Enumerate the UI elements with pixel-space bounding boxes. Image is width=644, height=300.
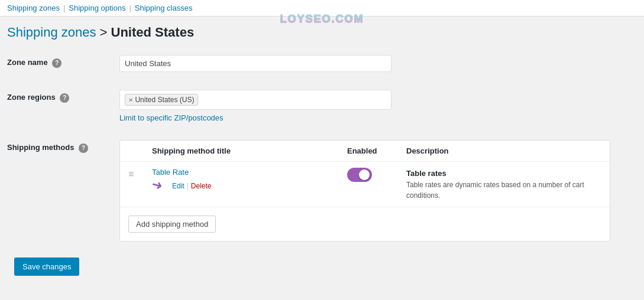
- method-desc-text: Table rates are dynamic rates based on a…: [406, 180, 601, 201]
- method-edit-link[interactable]: Edit: [172, 182, 185, 190]
- nav-shipping-classes[interactable]: Shipping classes: [135, 4, 193, 12]
- method-name-cell: Table Rate Edit | Delete: [152, 168, 347, 193]
- breadcrumb: Shipping zones > United States: [0, 17, 644, 46]
- method-enabled-cell: [347, 168, 406, 184]
- limit-zip-link[interactable]: Limit to specific ZIP/postcodes: [119, 113, 637, 122]
- method-actions: Edit | Delete: [152, 179, 347, 193]
- top-nav: Shipping zones | Shipping options | Ship…: [0, 0, 644, 17]
- col-method-title-header: Shipping method title: [152, 146, 347, 155]
- zone-name-cell: [119, 46, 637, 81]
- shipping-methods-cell: Shipping method title Enabled Descriptio…: [119, 131, 637, 250]
- drag-handle-icon[interactable]: ≡: [128, 168, 152, 180]
- breadcrumb-parent-link[interactable]: Shipping zones: [7, 25, 96, 40]
- shipping-methods-container: Shipping method title Enabled Descriptio…: [119, 140, 610, 242]
- breadcrumb-separator: >: [100, 25, 111, 40]
- nav-shipping-zones[interactable]: Shipping zones: [7, 4, 60, 12]
- method-name-link[interactable]: Table Rate: [152, 168, 347, 177]
- zone-name-row: Zone name ?: [7, 46, 637, 81]
- col-description-header: Description: [406, 146, 601, 155]
- zone-regions-label: Zone regions ?: [7, 81, 119, 131]
- save-area: Save changes: [7, 250, 637, 283]
- nav-shipping-options[interactable]: Shipping options: [69, 4, 125, 12]
- breadcrumb-current: United States: [111, 25, 195, 40]
- actions-separator: |: [187, 182, 189, 190]
- shipping-methods-row: Shipping methods ? Shipping method title…: [7, 131, 637, 250]
- method-delete-link[interactable]: Delete: [191, 182, 212, 190]
- add-shipping-method-button[interactable]: Add shipping method: [128, 216, 216, 233]
- arrow-indicator-icon: [152, 179, 170, 193]
- toggle-slider: [347, 168, 372, 182]
- add-method-area: Add shipping method: [120, 207, 610, 241]
- main-content: Zone name ? Zone regions ? × Un: [0, 46, 644, 290]
- zone-regions-field[interactable]: × United States (US): [119, 90, 391, 110]
- shipping-methods-header: Shipping method title Enabled Descriptio…: [120, 141, 610, 162]
- zone-regions-help-icon[interactable]: ?: [60, 93, 69, 103]
- zone-regions-row: Zone regions ? × United States (US) Limi…: [7, 81, 637, 131]
- col-drag-header: [128, 146, 152, 155]
- zone-name-label: Zone name ?: [7, 46, 119, 81]
- method-enabled-toggle[interactable]: [347, 168, 372, 182]
- zone-name-input[interactable]: [119, 55, 391, 72]
- zone-name-help-icon[interactable]: ?: [52, 58, 62, 68]
- region-tag-us: × United States (US): [125, 94, 198, 106]
- remove-us-tag[interactable]: ×: [129, 96, 132, 103]
- save-changes-button[interactable]: Save changes: [14, 257, 79, 276]
- region-tag-label: United States (US): [135, 96, 194, 104]
- table-row: ≡ Table Rate Edit | Delete: [120, 162, 610, 207]
- shipping-methods-label: Shipping methods ?: [7, 131, 119, 250]
- nav-separator-1: |: [63, 4, 65, 12]
- nav-separator-2: |: [129, 4, 131, 12]
- col-enabled-header: Enabled: [347, 146, 406, 155]
- zone-regions-cell: × United States (US) Limit to specific Z…: [119, 81, 637, 131]
- method-desc-title: Table rates: [406, 169, 601, 178]
- shipping-methods-help-icon[interactable]: ?: [79, 144, 88, 153]
- settings-form: Zone name ? Zone regions ? × Un: [7, 46, 637, 250]
- method-description-cell: Table rates Table rates are dynamic rate…: [406, 168, 601, 201]
